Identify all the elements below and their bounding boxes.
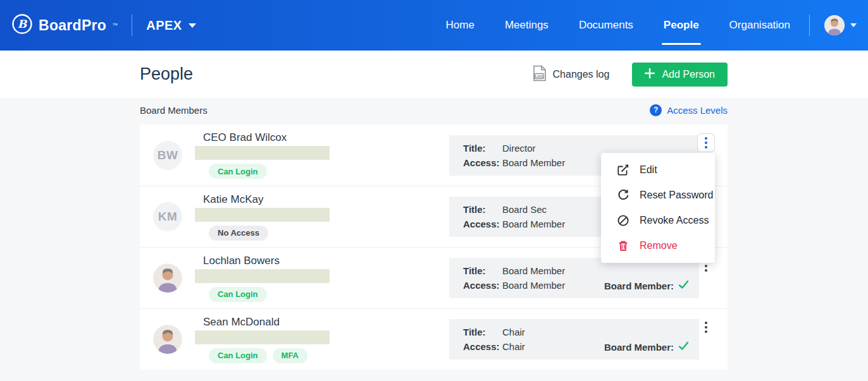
revoke-access-icon xyxy=(617,214,629,227)
section-bar: Board Members ? Access Levels xyxy=(140,103,728,117)
brand-trademark: ™ xyxy=(112,22,118,28)
title-value: Board Sec xyxy=(502,202,547,217)
reset-password-icon xyxy=(617,189,629,202)
redacted-email-bar xyxy=(195,208,330,222)
member-name: CEO Brad Wilcox xyxy=(203,131,330,144)
title-label: Title: xyxy=(463,202,502,217)
nav-links: Home Meetings Documents People Organisat… xyxy=(446,16,790,34)
chevron-down-icon xyxy=(189,23,196,28)
member-info: Katie McKay No Access xyxy=(195,193,330,241)
menu-item-edit[interactable]: Edit xyxy=(601,157,715,183)
user-menu[interactable] xyxy=(809,15,857,36)
trash-icon xyxy=(617,239,629,252)
access-levels-link[interactable]: ? Access Levels xyxy=(650,104,728,116)
menu-item-revoke-access[interactable]: Revoke Access xyxy=(601,208,715,233)
navbar-divider xyxy=(132,15,132,36)
svg-text:LOG: LOG xyxy=(535,74,543,78)
access-label: Access: xyxy=(463,217,502,231)
nav-item-home[interactable]: Home xyxy=(446,16,474,34)
member-info: CEO Brad Wilcox Can Login xyxy=(195,131,330,179)
menu-item-reset-password[interactable]: Reset Password xyxy=(601,183,715,208)
changes-log-label: Changes log xyxy=(553,69,610,80)
title-label: Title: xyxy=(463,141,502,155)
row-actions-kebab-menu[interactable] xyxy=(697,318,715,337)
brand-name: BoardPro xyxy=(39,17,106,34)
page-header: People LOG Changes log xyxy=(0,51,868,98)
svg-text:B: B xyxy=(18,18,28,30)
access-label: Access: xyxy=(463,155,502,170)
board-member-label: Board Member: xyxy=(604,342,674,353)
avatar-initials: BW xyxy=(153,141,182,170)
redacted-email-bar xyxy=(195,330,330,344)
member-name: Katie McKay xyxy=(203,193,330,206)
board-members-card: BW CEO Brad Wilcox Can Login Title:Direc… xyxy=(140,124,728,370)
org-name: APEX xyxy=(146,18,182,33)
can-login-badge: Can Login xyxy=(209,164,267,179)
title-value: Director xyxy=(502,141,536,155)
can-login-badge: Can Login xyxy=(209,287,267,302)
mfa-badge: MFA xyxy=(273,348,307,363)
can-login-badge: Can Login xyxy=(209,348,267,363)
menu-item-label: Remove xyxy=(640,240,678,251)
add-person-button[interactable]: Add Person xyxy=(632,63,728,87)
menu-item-label: Reset Password xyxy=(640,190,714,201)
avatar-photo xyxy=(153,263,182,293)
section-title: Board Members xyxy=(140,105,208,116)
row-actions-context-menu: Edit Reset Password Revoke Access xyxy=(601,153,715,263)
title-access-box: Title:Board Member Access:Board Member B… xyxy=(449,258,699,298)
board-member-status: Board Member: xyxy=(604,280,689,291)
menu-item-remove[interactable]: Remove xyxy=(601,233,715,258)
menu-item-label: Edit xyxy=(640,164,657,176)
avatar-photo xyxy=(153,325,182,354)
add-person-label: Add Person xyxy=(662,69,715,80)
title-label: Title: xyxy=(463,263,502,278)
log-document-icon: LOG xyxy=(533,65,547,84)
member-row-sean-mcdonald: Sean McDonald Can Login MFA Title:Chair … xyxy=(140,308,728,370)
board-member-status: Board Member: xyxy=(604,341,689,353)
access-levels-label: Access Levels xyxy=(667,105,728,116)
access-label: Access: xyxy=(463,278,502,293)
row-actions-kebab-menu[interactable] xyxy=(697,133,715,152)
redacted-email-bar xyxy=(195,269,330,283)
nav-item-organisation[interactable]: Organisation xyxy=(729,16,790,34)
access-label: Access: xyxy=(463,339,502,354)
page-title: People xyxy=(140,64,193,84)
title-label: Title: xyxy=(463,325,502,339)
title-access-box: Title:Chair Access:Chair Board Member: xyxy=(449,319,699,360)
member-name: Lochlan Bowers xyxy=(203,255,330,267)
help-question-icon: ? xyxy=(650,104,662,116)
no-access-badge: No Access xyxy=(209,226,268,241)
access-value: Board Member xyxy=(502,155,565,170)
nav-item-documents[interactable]: Documents xyxy=(579,16,633,34)
access-value: Chair xyxy=(502,339,525,354)
boardpro-logo-icon: B xyxy=(11,13,33,37)
brand-logo[interactable]: B BoardPro ™ xyxy=(11,13,118,37)
org-switcher[interactable]: APEX xyxy=(146,18,195,33)
access-value: Board Member xyxy=(502,278,565,293)
access-value: Board Member xyxy=(502,217,565,231)
navbar-divider xyxy=(809,15,810,36)
redacted-email-bar xyxy=(195,146,330,160)
changes-log-button[interactable]: LOG Changes log xyxy=(533,65,610,84)
member-info: Lochlan Bowers Can Login xyxy=(195,255,330,302)
member-info: Sean McDonald Can Login MFA xyxy=(195,316,330,363)
edit-icon xyxy=(617,164,629,176)
board-member-label: Board Member: xyxy=(604,281,674,291)
avatar-initials: KM xyxy=(153,202,182,231)
chevron-down-icon xyxy=(850,23,857,27)
check-icon xyxy=(678,341,689,353)
member-name: Sean McDonald xyxy=(203,316,330,329)
title-value: Board Member xyxy=(502,263,565,278)
nav-item-people[interactable]: People xyxy=(664,16,699,34)
top-navbar: B BoardPro ™ APEX Home Meetings Document… xyxy=(0,0,868,51)
nav-item-meetings[interactable]: Meetings xyxy=(505,16,549,34)
menu-item-label: Revoke Access xyxy=(640,215,709,226)
plus-icon xyxy=(645,68,655,81)
title-value: Chair xyxy=(502,325,525,339)
check-icon xyxy=(678,280,689,291)
user-avatar[interactable] xyxy=(824,15,845,35)
